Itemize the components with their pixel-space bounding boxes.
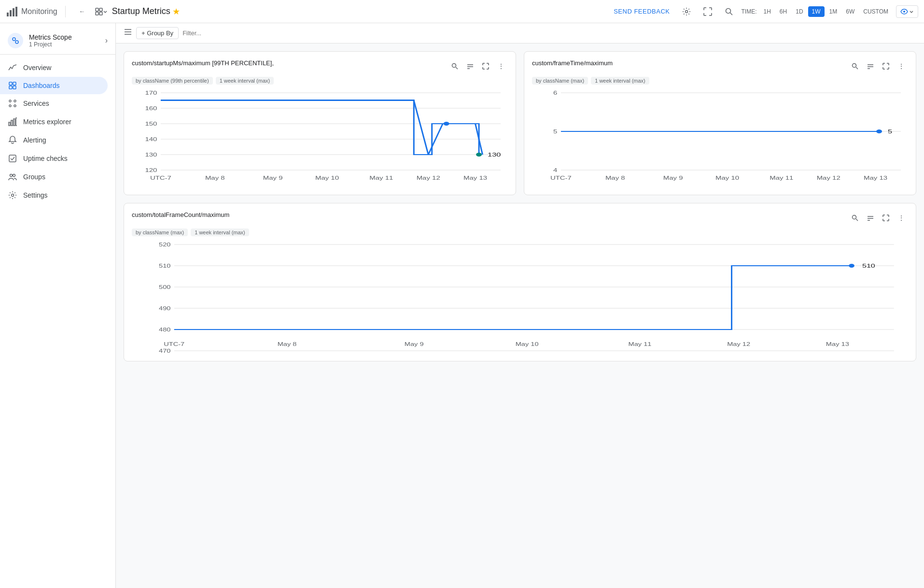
- groups-label: Groups: [23, 173, 45, 181]
- content-toolbar: + Group By: [116, 23, 924, 43]
- sidebar-item-groups[interactable]: Groups: [0, 168, 108, 186]
- sidebar-item-dashboards[interactable]: Dashboards: [0, 77, 108, 94]
- hamburger-icon[interactable]: [124, 28, 132, 39]
- sidebar-item-overview[interactable]: Overview: [0, 58, 108, 77]
- time-1w[interactable]: 1W: [808, 6, 825, 17]
- chart-frametime-area: 6 5 4 UTC-7 May 8 May 9 May 10 May 11 Ma…: [532, 90, 908, 187]
- chart-tfc-legend-icon[interactable]: [864, 211, 877, 225]
- settings-gear-icon: [8, 191, 17, 200]
- sidebar-item-uptime[interactable]: Uptime checks: [0, 149, 108, 168]
- time-custom[interactable]: CUSTOM: [859, 6, 892, 17]
- sidebar-item-metrics-explorer[interactable]: Metrics explorer: [0, 113, 108, 131]
- svg-point-19: [9, 105, 11, 107]
- group-by-button[interactable]: + Group By: [136, 27, 179, 39]
- dashboard-title: Startup Metrics: [112, 6, 170, 16]
- sidebar-item-alerting[interactable]: Alerting: [0, 131, 108, 149]
- filter-input[interactable]: [182, 29, 916, 37]
- bar-chart-icon: [8, 117, 17, 126]
- app-logo: Monitoring: [6, 6, 66, 17]
- star-icon[interactable]: ★: [172, 6, 180, 17]
- svg-rect-22: [11, 120, 13, 126]
- chart-ft-fullscreen-icon[interactable]: [879, 59, 893, 73]
- scope-text: Metrics Scope 1 Project: [29, 33, 99, 48]
- chart-startupms-svg: 170 160 150 140 130 120 UTC-7 May 8 May …: [132, 90, 508, 187]
- svg-text:May 8: May 8: [205, 175, 225, 181]
- chart-legend-icon[interactable]: [463, 59, 477, 73]
- alerting-label: Alerting: [23, 136, 46, 144]
- chart-frametime-svg: 6 5 4 UTC-7 May 8 May 9 May 10 May 11 Ma…: [532, 90, 908, 187]
- chart-tfc-search-icon[interactable]: [848, 211, 862, 225]
- fullscreen-icon[interactable]: [699, 3, 716, 20]
- monitoring-icon: [6, 6, 17, 17]
- svg-text:May 10: May 10: [315, 175, 339, 181]
- svg-text:UTC-7: UTC-7: [550, 175, 572, 181]
- scope-selector[interactable]: Metrics Scope 1 Project ›: [0, 27, 115, 55]
- settings-icon[interactable]: [678, 3, 695, 20]
- chart-tfc-tags: by className (max) 1 week interval (max): [132, 229, 908, 236]
- svg-text:130: 130: [488, 152, 501, 158]
- sidebar-item-services[interactable]: Services: [0, 94, 108, 113]
- dropdown-arrow-icon: [103, 9, 108, 14]
- uptime-label: Uptime checks: [23, 155, 68, 162]
- dashboards-label: Dashboards: [23, 82, 60, 89]
- sidebar-item-settings[interactable]: Settings: [0, 186, 108, 204]
- svg-rect-2: [13, 8, 14, 16]
- time-1d[interactable]: 1D: [792, 6, 807, 17]
- svg-text:May 12: May 12: [727, 342, 750, 347]
- svg-text:4: 4: [553, 168, 557, 173]
- menu-icon: [124, 28, 132, 36]
- scope-arrow-icon: ›: [105, 36, 108, 45]
- feedback-button[interactable]: SEND FEEDBACK: [610, 4, 673, 19]
- chart-frametime-title: custom/frameTime/maximum: [532, 59, 848, 67]
- chart-ft-legend-icon[interactable]: [864, 59, 877, 73]
- svg-text:480: 480: [159, 327, 170, 332]
- chart-more-icon[interactable]: ⋮: [494, 59, 508, 73]
- chart-ft-tag-interval: 1 week interval (max): [591, 77, 649, 85]
- svg-text:May 10: May 10: [516, 342, 539, 347]
- svg-text:510: 510: [159, 263, 170, 269]
- svg-rect-25: [9, 155, 16, 162]
- magnify-icon: [725, 7, 733, 16]
- svg-rect-23: [14, 119, 15, 126]
- chart-tfc-actions: ⋮: [848, 211, 908, 225]
- svg-point-28: [12, 194, 14, 197]
- svg-rect-13: [9, 82, 12, 85]
- dashboard-grid: custom/startupMs/maximum [99TH PERCENTIL…: [116, 43, 924, 369]
- scope-name: Metrics Scope: [29, 33, 99, 41]
- chart-tfc-area: 520 510 500 490 480 470 UTC-7 May 8 May …: [132, 242, 908, 353]
- back-button[interactable]: ←: [73, 3, 91, 20]
- view-options-button[interactable]: [896, 5, 918, 18]
- svg-rect-15: [9, 86, 12, 89]
- svg-text:May 9: May 9: [263, 175, 283, 181]
- svg-point-52: [853, 64, 856, 68]
- search-icon[interactable]: [720, 3, 738, 20]
- groups-icon: [8, 172, 17, 181]
- time-6w[interactable]: 6W: [842, 6, 858, 17]
- chart-tfc-tag-interval: 1 week interval (max): [191, 229, 249, 236]
- time-1h[interactable]: 1H: [760, 6, 775, 17]
- svg-text:May 11: May 11: [770, 175, 793, 181]
- uptime-icon: [8, 154, 17, 163]
- svg-point-9: [726, 8, 730, 13]
- time-6h[interactable]: 6H: [776, 6, 791, 17]
- chart-search-icon[interactable]: [448, 59, 462, 73]
- svg-rect-3: [15, 7, 17, 16]
- svg-point-18: [14, 100, 16, 102]
- svg-rect-1: [10, 10, 12, 16]
- dashboard-menu-button[interactable]: [93, 3, 110, 20]
- services-grid-icon: [8, 99, 17, 108]
- chart-fullscreen-icon[interactable]: [479, 59, 492, 73]
- chart-startupms-header: custom/startupMs/maximum [99TH PERCENTIL…: [132, 59, 508, 73]
- chart-ft-search-icon[interactable]: [848, 59, 862, 73]
- chart-frametime-tags: by className (max) 1 week interval (max): [532, 77, 908, 85]
- time-1m[interactable]: 1M: [826, 6, 841, 17]
- group-people-icon: [8, 172, 17, 181]
- svg-text:UTC-7: UTC-7: [164, 342, 184, 347]
- svg-rect-14: [13, 82, 16, 85]
- bell-icon: [8, 136, 17, 144]
- chart-tfc-fullscreen-icon[interactable]: [879, 211, 893, 225]
- chart-tfc-more-icon[interactable]: ⋮: [895, 211, 908, 225]
- svg-point-27: [13, 174, 15, 177]
- chart-ft-more-icon[interactable]: ⋮: [895, 59, 908, 73]
- scope-icon: [11, 36, 20, 45]
